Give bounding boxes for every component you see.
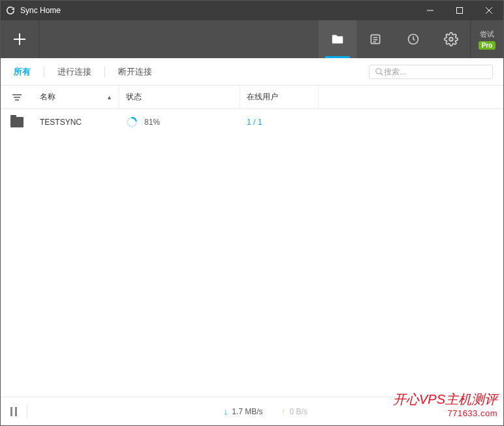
column-name[interactable]: 名称 ▲ bbox=[33, 86, 119, 108]
filter-bar: 所有 进行连接 断开连接 bbox=[1, 58, 503, 86]
table-row[interactable]: TESTSYNC 81% 1 / 1 bbox=[1, 109, 503, 135]
column-status[interactable]: 状态 bbox=[119, 86, 240, 108]
try-pro-label: 尝试 bbox=[480, 29, 494, 39]
progress-spinner-icon bbox=[126, 116, 138, 128]
search-input[interactable] bbox=[384, 67, 487, 76]
row-name: TESTSYNC bbox=[33, 118, 119, 127]
upload-speed: ↑ 0 B/s bbox=[281, 406, 307, 417]
row-progress: 81% bbox=[144, 118, 160, 127]
column-users[interactable]: 在线用户 bbox=[240, 86, 319, 108]
table-header: 名称 ▲ 状态 在线用户 bbox=[1, 86, 503, 109]
svg-point-11 bbox=[449, 37, 453, 41]
search-icon bbox=[375, 67, 384, 76]
svg-line-13 bbox=[381, 73, 383, 75]
tab-history[interactable] bbox=[394, 20, 432, 58]
window-title: Sync Home bbox=[20, 6, 415, 15]
filter-disconnected[interactable]: 断开连接 bbox=[116, 66, 155, 78]
add-button[interactable] bbox=[1, 20, 39, 58]
svg-point-12 bbox=[376, 68, 381, 73]
try-pro-button[interactable]: 尝试 Pro bbox=[471, 20, 503, 58]
svg-rect-19 bbox=[15, 407, 17, 416]
filter-icon-button[interactable] bbox=[1, 86, 33, 108]
titlebar: Sync Home bbox=[1, 1, 503, 20]
row-status: 81% bbox=[119, 116, 240, 128]
search-box[interactable] bbox=[369, 65, 493, 79]
svg-rect-18 bbox=[10, 407, 12, 416]
sort-arrow-icon: ▲ bbox=[106, 94, 112, 101]
tab-settings[interactable] bbox=[432, 20, 470, 58]
statusbar: ↓ 1.7 MB/s ↑ 0 B/s bbox=[1, 397, 503, 425]
pro-badge: Pro bbox=[479, 41, 496, 50]
tab-list[interactable] bbox=[356, 20, 394, 58]
filter-all[interactable]: 所有 bbox=[11, 66, 33, 78]
download-speed: ↓ 1.7 MB/s bbox=[223, 406, 262, 417]
table-body: TESTSYNC 81% 1 / 1 bbox=[1, 109, 503, 397]
filter-connecting[interactable]: 进行连接 bbox=[55, 66, 94, 78]
close-button[interactable] bbox=[474, 1, 503, 20]
app-icon bbox=[1, 6, 20, 15]
download-arrow-icon: ↓ bbox=[223, 406, 228, 417]
toolbar: 尝试 Pro bbox=[1, 20, 503, 58]
tab-folders[interactable] bbox=[319, 20, 356, 58]
pause-button[interactable] bbox=[1, 397, 27, 425]
minimize-button[interactable] bbox=[415, 1, 445, 20]
row-users: 1 / 1 bbox=[240, 118, 319, 127]
folder-icon bbox=[1, 117, 33, 127]
maximize-button[interactable] bbox=[445, 1, 474, 20]
upload-arrow-icon: ↑ bbox=[281, 406, 286, 417]
svg-rect-1 bbox=[456, 8, 462, 14]
